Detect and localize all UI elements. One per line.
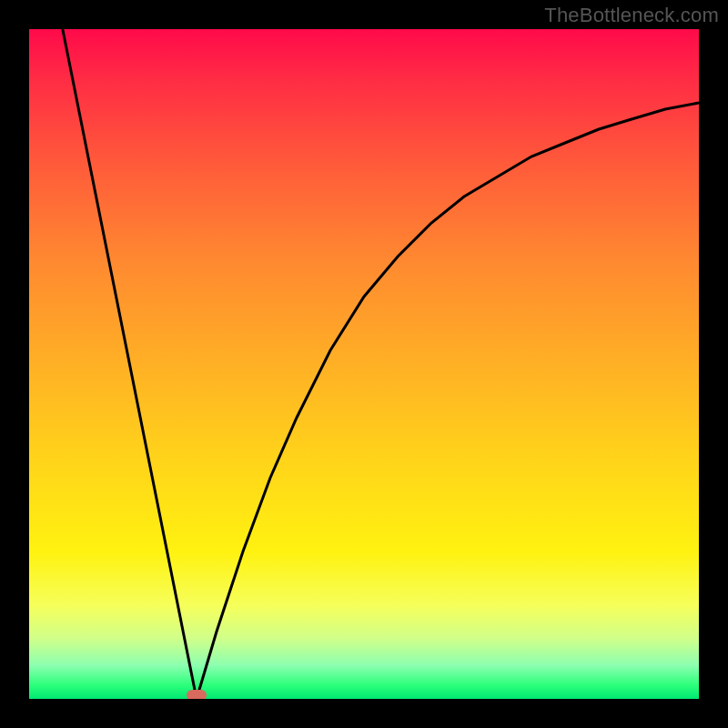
watermark-text: TheBottleneck.com: [544, 4, 719, 27]
curve-left-branch: [63, 29, 197, 699]
curve-right-branch: [197, 103, 699, 699]
chart-frame: TheBottleneck.com: [0, 0, 728, 728]
plot-area: [29, 29, 699, 699]
minimum-marker: [187, 690, 207, 699]
bottleneck-curve: [29, 29, 699, 699]
